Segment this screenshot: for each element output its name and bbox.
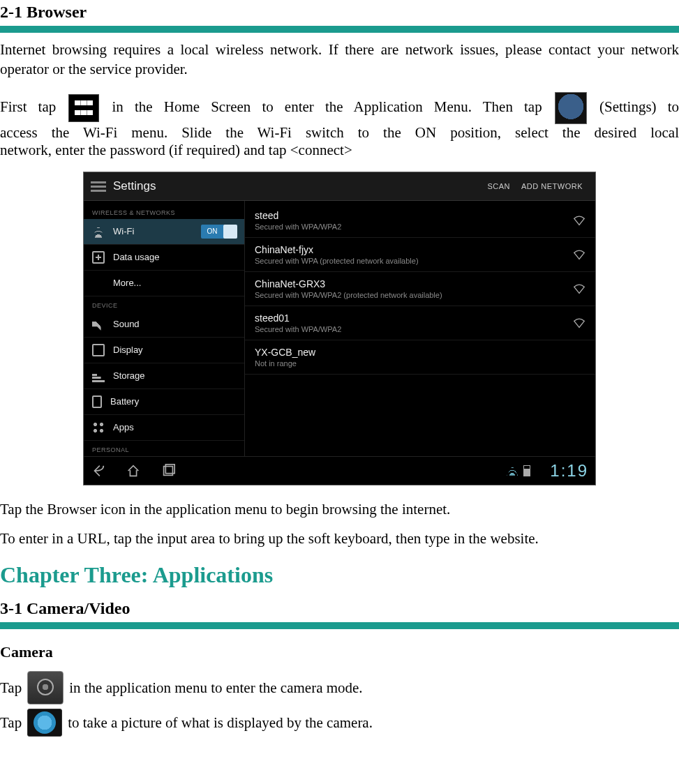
sidebar-label: Battery [110, 396, 139, 407]
apps-icon [92, 421, 105, 434]
sidebar-item-wifi[interactable]: Wi-Fi ON [84, 219, 244, 245]
toggle-knob [223, 225, 237, 239]
sidebar-item-display[interactable]: Display [84, 338, 244, 363]
network-name: YX-GCB_new [255, 347, 585, 358]
sidebar-category-device: DEVICE [84, 296, 244, 312]
section-rule [0, 622, 679, 629]
svg-rect-1 [165, 465, 174, 474]
sidebar-label: Apps [113, 422, 134, 432]
sidebar-item-sound[interactable]: Sound [84, 312, 244, 338]
network-security: Secured with WPA (protected network avai… [255, 257, 585, 265]
network-name: steed01 [255, 312, 585, 324]
text: First tap [0, 98, 56, 115]
recent-apps-button[interactable] [161, 463, 176, 478]
camera-app-icon [27, 671, 64, 704]
wifi-icon [92, 225, 105, 238]
data-usage-icon [92, 251, 105, 264]
status-battery-icon [523, 465, 530, 476]
wifi-instruction-line2: access the Wi-Fi menu. Slide the Wi-Fi s… [0, 124, 679, 142]
toggle-on-label: ON [201, 225, 223, 239]
sidebar-label: Display [113, 345, 143, 355]
settings-sliders-icon [91, 180, 106, 193]
status-icons [507, 465, 530, 476]
settings-title: Settings [113, 179, 482, 193]
text: (Settings) to [599, 98, 679, 115]
svg-rect-0 [164, 466, 173, 475]
system-nav-bar: 1:19 [84, 456, 595, 485]
chapter-heading: Chapter Three: Applications [0, 562, 679, 588]
wifi-signal-icon [573, 249, 585, 260]
sidebar-label: Data usage [113, 252, 160, 262]
home-button[interactable] [126, 463, 141, 478]
wifi-network-item[interactable]: ChinaNet-fjyx Secured with WPA (protecte… [245, 238, 595, 272]
url-entry-paragraph: To enter in a URL, tap the input area to… [0, 529, 679, 548]
wifi-network-item[interactable]: YX-GCB_new Not in range [245, 340, 595, 375]
section-heading-camera: 3-1 Camera/Video [0, 599, 679, 618]
sidebar-label: Storage [113, 370, 145, 381]
sound-icon [92, 318, 105, 331]
sidebar-item-apps[interactable]: Apps [84, 415, 244, 441]
storage-icon [92, 370, 105, 382]
sidebar-label: Wi-Fi [113, 226, 134, 236]
sidebar-label: Sound [113, 319, 140, 329]
display-icon [92, 344, 105, 356]
sidebar-item-battery[interactable]: Battery [84, 389, 244, 415]
sidebar-item-data-usage[interactable]: Data usage [84, 245, 244, 271]
browser-tap-paragraph: Tap the Browser icon in the application … [0, 499, 679, 519]
settings-screenshot: Settings SCAN ADD NETWORK WIRELESS & NET… [83, 172, 596, 485]
sidebar-category-wireless: WIRELESS & NETWORKS [84, 204, 244, 219]
text: Tap [0, 714, 22, 732]
settings-header: Settings SCAN ADD NETWORK [84, 172, 595, 201]
wifi-signal-icon [573, 283, 585, 294]
wifi-network-item[interactable]: steed Secured with WPA/WPA2 [245, 204, 595, 238]
add-network-button[interactable]: ADD NETWORK [516, 178, 588, 195]
battery-icon [92, 395, 102, 408]
network-security: Secured with WPA/WPA2 [255, 223, 585, 231]
wifi-toggle[interactable]: ON [201, 225, 237, 239]
network-security: Not in range [255, 359, 585, 368]
network-security: Secured with WPA/WPA2 (protected network… [255, 291, 585, 299]
network-name: ChinaNet-GRX3 [255, 278, 585, 289]
camera-subheading: Camera [0, 643, 679, 661]
blank-icon [92, 277, 105, 289]
sidebar-category-personal: PERSONAL [84, 441, 244, 456]
wifi-network-item[interactable]: ChinaNet-GRX3 Secured with WPA/WPA2 (pro… [245, 272, 595, 306]
status-wifi-icon [507, 466, 518, 476]
text: in the Home Screen to enter the Applicat… [112, 98, 542, 115]
camera-line-1: Tap in the application menu to enter the… [0, 671, 679, 704]
network-name: ChinaNet-fjyx [255, 244, 585, 255]
wifi-signal-icon [573, 317, 585, 329]
intro-paragraph: Internet browsing requires a local wirel… [0, 40, 679, 80]
text: to take a picture of what is displayed b… [68, 714, 373, 732]
sidebar-item-storage[interactable]: Storage [84, 363, 244, 389]
text: in the application menu to enter the cam… [69, 679, 362, 697]
wifi-network-item[interactable]: steed01 Secured with WPA/WPA2 [245, 306, 595, 340]
network-name: steed [255, 210, 585, 221]
wifi-instruction-line3: network, enter the password (if required… [0, 142, 679, 159]
wifi-signal-icon [573, 215, 585, 226]
wifi-network-list: steed Secured with WPA/WPA2 ChinaNet-fjy… [245, 201, 595, 456]
section-rule [0, 26, 679, 33]
sidebar-item-more[interactable]: More... [84, 271, 244, 296]
text: Tap [0, 679, 22, 697]
status-clock: 1:19 [550, 461, 588, 481]
settings-sidebar: WIRELESS & NETWORKS Wi-Fi ON Data usage … [84, 201, 245, 456]
network-security: Secured with WPA/WPA2 [255, 325, 585, 333]
camera-line-2: Tap to take a picture of what is display… [0, 709, 679, 737]
app-grid-icon [68, 94, 99, 122]
settings-icon [555, 92, 587, 124]
scan-button[interactable]: SCAN [482, 178, 516, 195]
shutter-button-icon [27, 709, 62, 737]
back-button[interactable] [91, 463, 106, 478]
wifi-instruction-line1: First tap in the Home Screen to enter th… [0, 92, 679, 124]
sidebar-label: More... [113, 278, 141, 288]
section-heading-browser: 2-1 Browser [0, 3, 679, 22]
